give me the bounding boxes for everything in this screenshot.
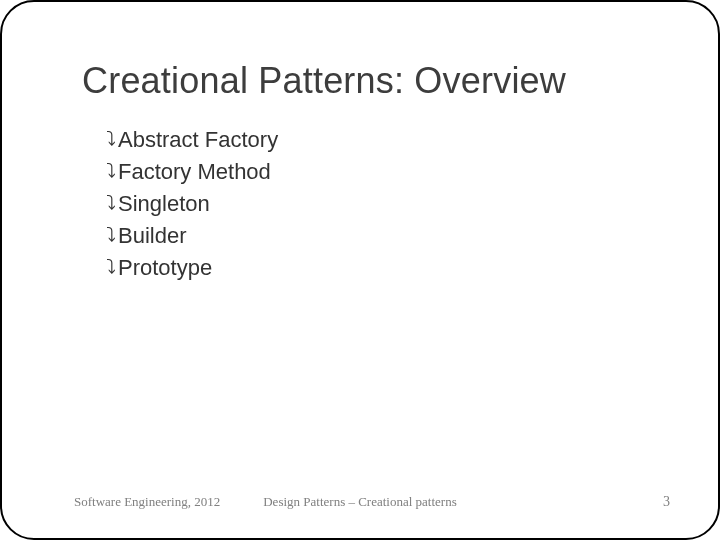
list-item: ⤵ Abstract Factory bbox=[106, 124, 278, 156]
list-item-label: Abstract Factory bbox=[118, 124, 278, 156]
pattern-list: ⤵ Abstract Factory ⤵ Factory Method ⤵ Si… bbox=[106, 124, 278, 283]
bullet-icon: ⤵ bbox=[106, 221, 116, 250]
list-item-label: Prototype bbox=[118, 252, 212, 284]
list-item: ⤵ Prototype bbox=[106, 252, 278, 284]
slide-title: Creational Patterns: Overview bbox=[82, 60, 566, 102]
bullet-icon: ⤵ bbox=[106, 157, 116, 186]
bullet-icon: ⤵ bbox=[106, 125, 116, 154]
list-item-label: Factory Method bbox=[118, 156, 271, 188]
list-item: ⤵ Singleton bbox=[106, 188, 278, 220]
bullet-icon: ⤵ bbox=[106, 253, 116, 282]
bullet-icon: ⤵ bbox=[106, 189, 116, 218]
slide-frame: Creational Patterns: Overview ⤵ Abstract… bbox=[0, 0, 720, 540]
footer-center: Design Patterns – Creational patterns bbox=[2, 494, 718, 510]
list-item-label: Singleton bbox=[118, 188, 210, 220]
list-item-label: Builder bbox=[118, 220, 186, 252]
list-item: ⤵ Builder bbox=[106, 220, 278, 252]
list-item: ⤵ Factory Method bbox=[106, 156, 278, 188]
slide-number: 3 bbox=[663, 494, 670, 510]
